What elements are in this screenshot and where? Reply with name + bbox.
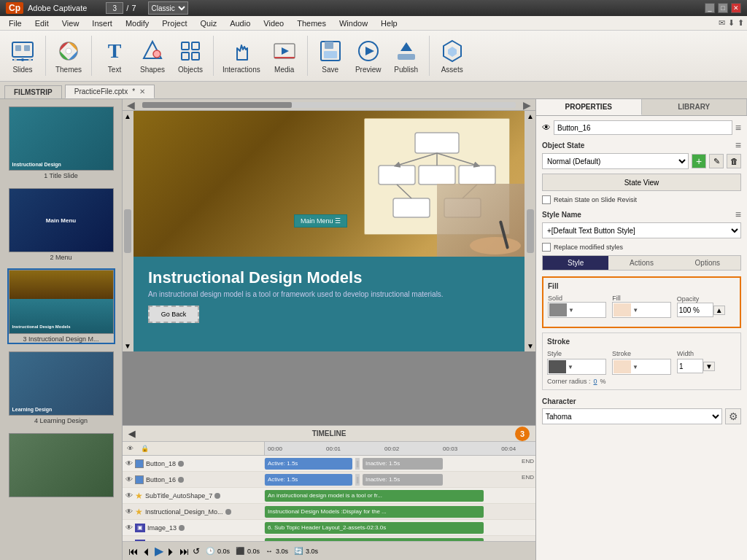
font-settings-icon[interactable]: ⚙ — [725, 408, 741, 424]
object-name-input[interactable] — [554, 120, 732, 135]
back-button[interactable]: Go Back — [148, 306, 199, 323]
opacity-arrow-up[interactable]: ▲ — [713, 306, 725, 315]
canvas-scroll-up-r[interactable]: ▲ — [527, 112, 534, 120]
toolbar-slides[interactable]: Slides — [4, 35, 41, 77]
delete-state-button[interactable]: 🗑 — [727, 154, 741, 168]
style-tab-style[interactable]: Style — [543, 256, 608, 270]
timeline-collapse[interactable]: ◀ — [128, 429, 135, 439]
tab-filmstrip[interactable]: FILMSTRIP — [4, 85, 62, 98]
track-bar-5[interactable]: AdobeStock_180837355_edit:3.0s — [265, 538, 484, 542]
style-tab-options[interactable]: Options — [675, 256, 740, 270]
toolbar-preview[interactable]: Preview — [350, 35, 387, 77]
track-bar2-0[interactable]: Inactive: 1.5s — [363, 458, 443, 470]
toolbar-objects[interactable]: Objects — [172, 35, 209, 77]
toolbar-media[interactable]: Media — [266, 35, 303, 77]
add-state-button[interactable]: + — [692, 154, 706, 168]
tab-properties[interactable]: PROPERTIES — [536, 99, 642, 115]
corner-radius-value[interactable]: 0 — [594, 378, 597, 385]
track-bar-3[interactable]: Instructional Design Models :Display for… — [265, 506, 484, 518]
style-select[interactable]: +[Default Text Button Style] — [542, 222, 741, 238]
menu-window[interactable]: Window — [333, 18, 374, 29]
scroll-right-arrow[interactable]: ▶ — [519, 99, 535, 111]
state-view-button[interactable]: State View — [542, 174, 741, 191]
tab-library[interactable]: LIBRARY — [642, 99, 748, 115]
tab-close-button[interactable]: ✕ — [139, 88, 145, 96]
play-back[interactable]: ⏴ — [142, 545, 152, 557]
menu-modify[interactable]: Modify — [120, 18, 155, 29]
menu-video[interactable]: Video — [258, 18, 290, 29]
fill-row: Solid ▼ Fill ▼ Opacity — [548, 295, 735, 318]
track-bar2-1[interactable]: Inactive: 1.5s — [363, 474, 443, 486]
svg-line-36 — [397, 184, 411, 198]
toolbar-themes[interactable]: Themes — [50, 35, 87, 77]
play-loop[interactable]: ↺ — [193, 546, 200, 556]
toolbar-interactions[interactable]: Interactions — [218, 35, 265, 77]
stroke-stroke-color[interactable]: ▼ — [612, 359, 671, 375]
track-bar-1[interactable]: Active: 1.5s — [265, 474, 352, 486]
slide-thumb-1[interactable]: Instructional Design 1 Title Slide — [7, 105, 115, 181]
font-select[interactable]: Tahoma — [542, 408, 722, 424]
mode-select[interactable]: Classic — [148, 1, 188, 15]
menu-icon-3[interactable]: ≡ — [735, 209, 741, 220]
stroke-style-color[interactable]: ▼ — [547, 359, 606, 375]
menu-themes[interactable]: Themes — [291, 18, 332, 29]
fill-solid-color[interactable]: ▼ — [548, 302, 606, 318]
menu-icon-2[interactable]: ≡ — [735, 139, 741, 151]
icon-msg[interactable]: ✉ — [719, 18, 725, 28]
state-row: Normal (Default) + ✎ 🗑 — [542, 153, 741, 169]
page-input[interactable] — [106, 2, 123, 14]
close-button[interactable]: ✕ — [731, 3, 741, 13]
minimize-button[interactable]: _ — [705, 3, 715, 13]
icon-ul[interactable]: ⬆ — [738, 18, 744, 28]
play-fwd[interactable]: ⏵ — [166, 545, 177, 557]
canvas-scroll-up[interactable]: ▲ — [124, 112, 131, 120]
menu-insert[interactable]: Insert — [86, 18, 118, 29]
fill-fill-color[interactable]: ▼ — [612, 302, 670, 318]
slide-thumb-5[interactable] — [7, 432, 115, 500]
play-button[interactable]: ▶ — [155, 544, 163, 558]
maximize-button[interactable]: □ — [718, 3, 728, 13]
menu-help[interactable]: Help — [375, 18, 403, 29]
track-eye-4[interactable]: 👁 — [125, 524, 133, 532]
canvas-scroll-down-r[interactable]: ▼ — [527, 342, 534, 350]
menu-edit[interactable]: Edit — [29, 18, 55, 29]
menu-project[interactable]: Project — [156, 18, 193, 29]
track-bar-4[interactable]: 6. Sub Topic Header Layout_2-assets-02:3… — [265, 522, 484, 534]
track-eye-1[interactable]: 👁 — [125, 475, 133, 483]
toolbar-shapes[interactable]: Shapes — [134, 35, 171, 77]
canvas-scroll-down[interactable]: ▼ — [124, 342, 131, 350]
fill-opacity-input[interactable] — [677, 303, 713, 317]
scroll-left-arrow[interactable]: ◀ — [123, 99, 139, 111]
slide-thumb-3[interactable]: Instructional Design Models 3 Instructio… — [7, 268, 115, 344]
track-name-3: Instructional_Design_Mo... — [145, 508, 223, 516]
main-menu-button[interactable]: Main Menu ☰ — [294, 214, 347, 228]
menu-view[interactable]: View — [56, 18, 85, 29]
edit-state-button[interactable]: ✎ — [709, 154, 724, 168]
menu-file[interactable]: File — [3, 18, 28, 29]
toolbar-text[interactable]: T Text — [96, 35, 133, 77]
slide-thumb-4[interactable]: Learning Design 4 Learning Design — [7, 350, 115, 426]
track-eye-2[interactable]: 👁 — [125, 491, 133, 499]
menu-quiz[interactable]: Quiz — [195, 18, 223, 29]
stroke-width-arrow[interactable]: ▼ — [703, 362, 715, 371]
stroke-width-input[interactable] — [677, 359, 703, 373]
track-eye-0[interactable]: 👁 — [125, 459, 133, 467]
replace-styles-checkbox[interactable] — [542, 243, 551, 252]
toolbar-assets[interactable]: Assets — [434, 35, 471, 77]
menu-audio[interactable]: Audio — [224, 18, 256, 29]
toolbar-publish[interactable]: Publish — [388, 35, 425, 77]
style-tab-actions[interactable]: Actions — [608, 256, 674, 270]
visibility-icon[interactable]: 👁 — [542, 122, 551, 133]
track-eye-3[interactable]: 👁 — [125, 508, 133, 516]
state-select[interactable]: Normal (Default) — [542, 153, 689, 169]
menu-icon-1[interactable]: ≡ — [735, 122, 741, 133]
slide-thumb-2[interactable]: Main Menu 2 Menu — [7, 187, 115, 262]
track-bar-2[interactable]: An instructional design model is a tool … — [265, 490, 484, 502]
retain-state-checkbox[interactable] — [542, 195, 551, 204]
tab-file[interactable]: PracticeFile.cptx * ✕ — [65, 85, 155, 98]
icon-dl[interactable]: ⬇ — [728, 18, 735, 28]
toolbar-save[interactable]: Save — [312, 35, 349, 77]
track-bar-0[interactable]: Active: 1.5s — [265, 458, 352, 470]
play-skip-end[interactable]: ⏭ — [179, 545, 190, 557]
play-skip-start[interactable]: ⏮ — [128, 545, 139, 557]
